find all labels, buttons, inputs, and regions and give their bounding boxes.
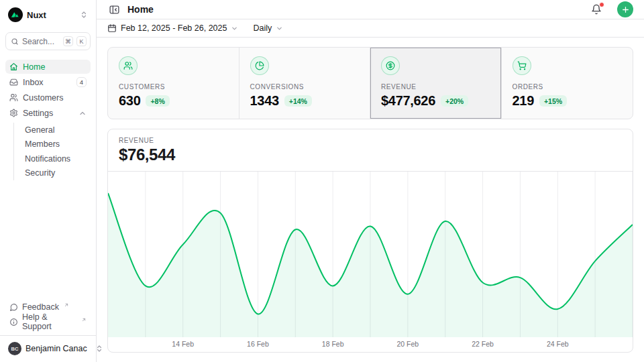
pie-chart-icon	[250, 56, 269, 75]
sidebar: Nuxt Search... ⌘ K Home	[0, 0, 97, 362]
add-button[interactable]	[617, 1, 633, 17]
stat-label: CUSTOMERS	[119, 83, 228, 90]
stats-row: CUSTOMERS 630 +8% CONVERSIONS 1343 +14%	[107, 47, 633, 119]
gear-icon	[9, 109, 18, 117]
sidebar-footer-links: Feedback Help & Support	[5, 300, 91, 328]
chevron-down-icon	[231, 25, 238, 32]
help-support-label: Help & Support	[22, 312, 76, 331]
chevron-down-icon	[276, 25, 283, 32]
period-label: Daily	[253, 23, 272, 33]
users-icon	[9, 93, 18, 102]
external-link-icon	[64, 302, 69, 308]
stat-value: $477,626	[381, 93, 435, 109]
nuxt-logo-icon	[8, 7, 23, 22]
feedback-label: Feedback	[22, 302, 59, 312]
period-select[interactable]: Daily	[253, 23, 283, 33]
stat-delta-badge: +20%	[441, 95, 468, 107]
search-icon	[11, 38, 19, 46]
search-placeholder: Search...	[22, 37, 60, 46]
user-menu[interactable]: BC Benjamin Canac	[5, 336, 91, 357]
x-tick-label: 22 Feb	[472, 340, 494, 348]
content: CUSTOMERS 630 +8% CONVERSIONS 1343 +14%	[97, 38, 644, 362]
notification-dot	[599, 2, 604, 7]
plus-icon	[621, 5, 630, 14]
chevrons-up-down-icon	[80, 11, 88, 19]
user-name: Benjamin Canac	[25, 344, 87, 353]
kbd-meta: ⌘	[63, 36, 73, 46]
sidebar-item-general[interactable]: General	[22, 123, 91, 137]
x-tick-label: 16 Feb	[247, 340, 269, 348]
avatar: BC	[8, 342, 21, 355]
x-tick-label: 20 Feb	[396, 340, 419, 348]
chevron-up-icon	[78, 109, 87, 117]
dollar-circle-icon	[381, 56, 400, 75]
inbox-icon	[9, 78, 18, 86]
revenue-chart-svg	[108, 172, 633, 337]
sidebar-item-security[interactable]: Security	[22, 166, 91, 181]
kbd-k: K	[76, 36, 87, 46]
sidebar-item-label: Customers	[23, 93, 63, 103]
help-support-link[interactable]: Help & Support	[5, 315, 91, 328]
chart-plot[interactable]	[108, 172, 633, 337]
stat-label: CONVERSIONS	[250, 83, 360, 90]
date-range-picker[interactable]: Feb 12, 2025 - Feb 26, 2025	[107, 23, 238, 33]
external-link-icon	[81, 317, 87, 322]
stat-card-customers[interactable]: CUSTOMERS 630 +8%	[108, 48, 239, 119]
workspace-switcher[interactable]: Nuxt	[5, 5, 91, 24]
shopping-cart-icon	[513, 56, 531, 75]
stat-value: 1343	[250, 93, 279, 109]
stat-card-orders[interactable]: ORDERS 219 +15%	[502, 48, 633, 119]
stat-delta-badge: +8%	[146, 95, 169, 107]
x-tick-label: 14 Feb	[172, 340, 194, 348]
inbox-count-badge: 4	[76, 77, 87, 87]
toolbar: Feb 12, 2025 - Feb 26, 2025 Daily	[97, 19, 644, 38]
sidebar-item-label: Home	[23, 62, 45, 72]
sidebar-item-label: Inbox	[23, 78, 44, 87]
stat-value: 630	[119, 93, 140, 109]
stat-delta-badge: +15%	[539, 95, 567, 107]
revenue-chart-card: REVENUE $76,544 14 Feb16 Feb18 Feb20 Feb…	[107, 129, 633, 353]
settings-submenu: General Members Notifications Security	[13, 123, 91, 180]
sidebar-item-home[interactable]: Home	[5, 60, 91, 74]
x-tick-label: 18 Feb	[322, 340, 344, 348]
stat-label: ORDERS	[513, 83, 623, 90]
x-tick-label: 24 Feb	[547, 340, 569, 348]
stat-value: 219	[513, 93, 534, 109]
users-icon	[119, 56, 138, 75]
feedback-link[interactable]: Feedback	[5, 300, 91, 314]
sidebar-item-members[interactable]: Members	[22, 137, 91, 152]
sidebar-item-customers[interactable]: Customers	[5, 90, 91, 105]
page-title: Home	[127, 4, 154, 15]
sidebar-item-inbox[interactable]: Inbox 4	[5, 75, 91, 89]
sidebar-toggle-button[interactable]	[107, 3, 121, 17]
message-bubble-icon	[9, 303, 18, 312]
date-range-label: Feb 12, 2025 - Feb 26, 2025	[121, 23, 227, 33]
sidebar-item-label: Settings	[23, 109, 53, 118]
stat-card-revenue[interactable]: REVENUE $477,626 +20%	[370, 48, 502, 119]
main-area: Home Feb 12, 2025 - Feb	[97, 0, 644, 362]
chart-title: REVENUE	[119, 137, 622, 144]
chart-x-axis: 14 Feb16 Feb18 Feb20 Feb22 Feb24 Feb	[108, 337, 633, 352]
sidebar-item-notifications[interactable]: Notifications	[22, 152, 91, 166]
sidebar-item-settings[interactable]: Settings	[5, 106, 91, 120]
workspace-name: Nuxt	[27, 10, 46, 20]
info-circle-icon	[9, 318, 18, 326]
top-header: Home	[97, 0, 644, 19]
search-input[interactable]: Search... ⌘ K	[5, 32, 91, 50]
chart-current-value: $76,544	[119, 145, 622, 164]
home-icon	[9, 62, 18, 71]
calendar-icon	[107, 23, 117, 33]
panel-left-icon	[109, 4, 120, 15]
stat-delta-badge: +14%	[284, 95, 312, 107]
app: Nuxt Search... ⌘ K Home	[0, 0, 644, 362]
chart-header: REVENUE $76,544	[108, 129, 633, 172]
stat-label: REVENUE	[381, 83, 490, 90]
sidebar-nav: Home Inbox 4 Customers Settings	[5, 60, 91, 182]
stat-card-conversions[interactable]: CONVERSIONS 1343 +14%	[239, 48, 371, 119]
